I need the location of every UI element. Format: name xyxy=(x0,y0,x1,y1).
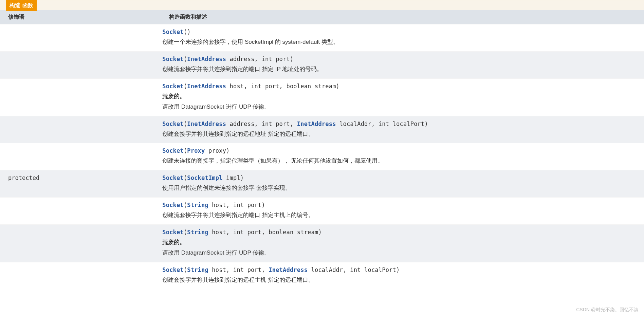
table-row: Socket(InetAddress address, int port)创建流… xyxy=(0,51,644,78)
deprecated-label: 荒废的。 xyxy=(162,92,640,101)
constructor-signature[interactable]: Socket(InetAddress address, int port, In… xyxy=(162,121,640,127)
description-text: 请改用 DatagramSocket 进行 UDP 传输。 xyxy=(162,249,270,256)
description-text: 创建套接字并将其连接到指定的远程主机 指定的远程端口。 xyxy=(162,277,314,283)
param-type-link[interactable]: String xyxy=(187,266,208,273)
deprecated-label: 荒废的。 xyxy=(162,238,640,247)
constructor-description: 创建一个未连接的套接字，使用 SocketImpl 的 system-defau… xyxy=(162,37,640,47)
param-type-link[interactable]: InetAddress xyxy=(269,266,308,273)
signature-text: localAddr, int localPort) xyxy=(308,266,400,273)
param-type-link[interactable]: String xyxy=(187,229,208,236)
table-row: Socket()创建一个未连接的套接字，使用 SocketImpl 的 syst… xyxy=(0,24,644,52)
constructor-name[interactable]: Socket xyxy=(162,83,184,90)
param-type-link[interactable]: InetAddress xyxy=(187,56,226,62)
constructor-description: 创建未连接的套接字，指定代理类型（如果有）， 无论任何其他设置如何，都应使用。 xyxy=(162,156,640,166)
constructor-signature[interactable]: Socket(SocketImpl impl) xyxy=(162,174,640,181)
constructor-signature[interactable]: Socket() xyxy=(162,29,640,35)
signature-text: host, int port, xyxy=(208,266,269,273)
section-title: 构造 函数 xyxy=(6,0,37,11)
signature-text: address, int port, xyxy=(226,121,297,127)
constructor-name[interactable]: Socket xyxy=(162,29,184,35)
table-row: Socket(String host, int port, boolean st… xyxy=(0,225,644,262)
constructor-description: 使用用户指定的创建未连接的套接字 套接字实现。 xyxy=(162,183,640,193)
constructor-name[interactable]: Socket xyxy=(162,266,184,273)
signature-text: ( xyxy=(184,266,187,273)
signature-text: ( xyxy=(184,202,187,208)
constructor-name[interactable]: Socket xyxy=(162,56,184,62)
signature-text: address, int port) xyxy=(226,56,293,62)
constructor-description: 创建流套接字并将其连接到指定的端口 指定 IP 地址处的号码。 xyxy=(162,64,640,74)
signature-text: ( xyxy=(184,174,187,181)
constructor-description: 荒废的。请改用 DatagramSocket 进行 UDP 传输。 xyxy=(162,92,640,112)
constructor-signature[interactable]: Socket(String host, int port) xyxy=(162,202,640,208)
table-row: Socket(InetAddress host, int port, boole… xyxy=(0,78,644,116)
param-type-link[interactable]: SocketImpl xyxy=(187,174,222,181)
constructor-signature[interactable]: Socket(InetAddress host, int port, boole… xyxy=(162,83,640,90)
description-cell: Socket(String host, int port, boolean st… xyxy=(161,225,644,262)
constructor-description: 荒废的。请改用 DatagramSocket 进行 UDP 传输。 xyxy=(162,238,640,258)
param-type-link[interactable]: InetAddress xyxy=(187,121,226,127)
signature-text: host, int port, boolean stream) xyxy=(226,83,339,90)
constructor-signature[interactable]: Socket(InetAddress address, int port) xyxy=(162,56,640,62)
signature-text: ( xyxy=(184,83,187,90)
constructor-name[interactable]: Socket xyxy=(162,121,184,127)
param-type-link[interactable]: Proxy xyxy=(187,147,205,154)
modifier-cell: protected xyxy=(0,170,161,198)
signature-text: ( xyxy=(184,147,187,154)
description-text: 请改用 DatagramSocket 进行 UDP 传输。 xyxy=(162,104,270,110)
constructor-name[interactable]: Socket xyxy=(162,174,184,181)
description-text: 创建套接字并将其连接到指定的远程地址 指定的远程端口。 xyxy=(162,131,314,137)
column-header-description: 构造函数和描述 xyxy=(161,10,644,24)
description-cell: Socket(InetAddress host, int port, boole… xyxy=(161,78,644,116)
description-cell: Socket(SocketImpl impl)使用用户指定的创建未连接的套接字 … xyxy=(161,170,644,198)
table-row: protected Socket(SocketImpl impl)使用用户指定的… xyxy=(0,170,644,198)
description-text: 创建未连接的套接字，指定代理类型（如果有）， 无论任何其他设置如何，都应使用。 xyxy=(162,158,383,164)
signature-text: host, int port, boolean stream) xyxy=(208,229,322,236)
param-type-link[interactable]: InetAddress xyxy=(297,121,336,127)
constructor-name[interactable]: Socket xyxy=(162,147,184,154)
description-text: 使用用户指定的创建未连接的套接字 套接字实现。 xyxy=(162,185,291,191)
modifier-cell xyxy=(0,51,161,78)
table-row: Socket(String host, int port)创建流套接字并将其连接… xyxy=(0,198,644,225)
constructor-signature[interactable]: Socket(String host, int port, InetAddres… xyxy=(162,266,640,273)
constructor-name[interactable]: Socket xyxy=(162,229,184,236)
table-row: Socket(Proxy proxy)创建未连接的套接字，指定代理类型（如果有）… xyxy=(0,143,644,170)
table-row: Socket(InetAddress address, int port, In… xyxy=(0,116,644,143)
constructor-description: 创建套接字并将其连接到指定的远程主机 指定的远程端口。 xyxy=(162,275,640,285)
modifier-cell xyxy=(0,225,161,262)
signature-text: ( xyxy=(184,229,187,236)
constructors-table: 修饰语 构造函数和描述 Socket()创建一个未连接的套接字，使用 Socke… xyxy=(0,10,644,289)
description-text: 创建流套接字并将其连接到指定的端口 指定 IP 地址处的号码。 xyxy=(162,66,323,72)
section-bar: 构造 函数 xyxy=(0,0,644,10)
constructor-name[interactable]: Socket xyxy=(162,202,184,208)
modifier-cell xyxy=(0,78,161,116)
signature-text: host, int port) xyxy=(208,202,265,208)
description-text: 创建流套接字并将其连接到指定的端口 指定主机上的编号。 xyxy=(162,212,314,218)
modifier-cell xyxy=(0,198,161,225)
signature-text: impl) xyxy=(223,174,244,181)
modifier-cell xyxy=(0,262,161,289)
constructor-description: 创建流套接字并将其连接到指定的端口 指定主机上的编号。 xyxy=(162,210,640,220)
description-cell: Socket(Proxy proxy)创建未连接的套接字，指定代理类型（如果有）… xyxy=(161,143,644,170)
signature-text: () xyxy=(184,29,191,35)
description-cell: Socket()创建一个未连接的套接字，使用 SocketImpl 的 syst… xyxy=(161,24,644,52)
description-cell: Socket(String host, int port)创建流套接字并将其连接… xyxy=(161,198,644,225)
param-type-link[interactable]: InetAddress xyxy=(187,83,226,90)
param-type-link[interactable]: String xyxy=(187,202,208,208)
constructor-signature[interactable]: Socket(Proxy proxy) xyxy=(162,147,640,154)
description-cell: Socket(InetAddress address, int port)创建流… xyxy=(161,51,644,78)
modifier-cell xyxy=(0,143,161,170)
constructor-description: 创建套接字并将其连接到指定的远程地址 指定的远程端口。 xyxy=(162,129,640,139)
description-cell: Socket(InetAddress address, int port, In… xyxy=(161,116,644,143)
signature-text: ( xyxy=(184,56,187,62)
signature-text: proxy) xyxy=(205,147,229,154)
modifier-cell xyxy=(0,24,161,52)
column-header-modifier: 修饰语 xyxy=(0,10,161,24)
modifier-cell xyxy=(0,116,161,143)
table-row: Socket(String host, int port, InetAddres… xyxy=(0,262,644,289)
signature-text: localAddr, int localPort) xyxy=(336,121,428,127)
description-text: 创建一个未连接的套接字，使用 SocketImpl 的 system-defau… xyxy=(162,39,339,45)
signature-text: ( xyxy=(184,121,187,127)
constructor-signature[interactable]: Socket(String host, int port, boolean st… xyxy=(162,229,640,236)
description-cell: Socket(String host, int port, InetAddres… xyxy=(161,262,644,289)
